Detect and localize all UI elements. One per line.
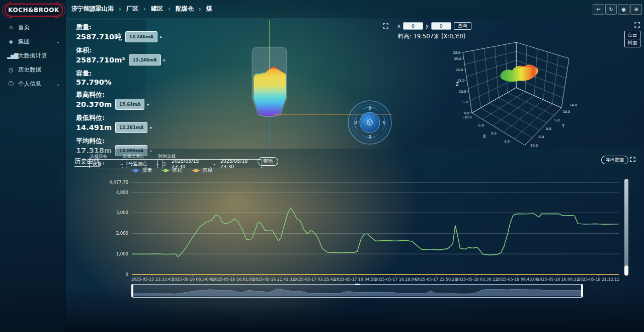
sidebar-item-label: 集团 — [18, 38, 30, 45]
stat-value: 2587.710m³ — [76, 55, 125, 64]
breadcrumb-separator: › — [119, 6, 121, 13]
vertical-zoom-slider[interactable] — [624, 179, 628, 276]
svg-text:3,000: 3,000 — [116, 210, 128, 215]
legend-label: 质量 — [142, 167, 152, 174]
surface-query-controls: x y 查询 — [397, 22, 471, 30]
breadcrumb: 济宁能源梁山港›厂区›罐区›配煤仓›煤 — [65, 5, 212, 13]
sidebar-item-icon: ◷ — [7, 67, 14, 73]
silo-3d-view[interactable]: 0 0 ↺ ↻ — [147, 20, 392, 148]
history-panel: 历史曲线 选择设备 设备1 ⌄ 选择监测点 1号监测点 ⌄ 时间选择 ◷ 202… — [67, 149, 642, 302]
svg-text:1,000: 1,000 — [116, 251, 128, 256]
stat-row: 14.491m12.281mA▸ — [76, 122, 146, 133]
chevron-down-icon: ⌄ — [56, 39, 60, 44]
stat-value: 14.491m — [76, 123, 112, 132]
stat-item-2: 容量:57.790% — [67, 70, 146, 87]
breadcrumb-item-1[interactable]: 厂区 — [126, 5, 138, 13]
x-coord-input[interactable] — [403, 22, 423, 30]
svg-text:2025-05-16 06:34:48: 2025-05-16 06:34:48 — [172, 277, 214, 282]
stat-label: 最低料位: — [76, 114, 146, 122]
legend-marker — [131, 168, 139, 172]
sidebar-item-label: 历史数据 — [18, 66, 41, 74]
stat-item-3: 最高料位:20.370m15.64mA▸ — [67, 91, 146, 110]
rotate-left-icon[interactable]: ↺ — [354, 120, 358, 125]
chevron-down-icon: ⌄ — [56, 81, 60, 87]
stat-label: 质量: — [76, 23, 146, 31]
export-data-button[interactable]: 导出数据 — [601, 156, 628, 164]
surface-query-button[interactable]: 查询 — [454, 22, 471, 30]
svg-text:20.0: 20.0 — [456, 68, 463, 72]
datazoom-left-handle[interactable] — [131, 284, 133, 297]
datazoom-center-handle[interactable] — [355, 284, 360, 285]
stat-label: 平均料位: — [76, 137, 146, 145]
svg-text:5.0: 5.0 — [462, 100, 467, 104]
sidebar-item-2[interactable]: ▂▅▇大数据计算 — [0, 48, 65, 62]
svg-text:4,477.75: 4,477.75 — [109, 180, 128, 185]
svg-text:4,000: 4,000 — [116, 190, 128, 195]
svg-text:0.0: 0.0 — [546, 127, 551, 131]
svg-text:14.0: 14.0 — [570, 103, 577, 107]
datazoom-slider[interactable] — [132, 284, 583, 298]
svg-text:0.0: 0.0 — [464, 111, 469, 115]
svg-text:2025-05-17 03:25:42: 2025-05-17 03:25:42 — [294, 277, 336, 282]
back-icon[interactable]: ↩ — [593, 4, 604, 15]
current-badge: 12.281mA — [115, 122, 147, 133]
legend-item-0[interactable]: 质量 — [131, 167, 152, 174]
sidebar-item-icon: ◈ — [7, 38, 14, 45]
breadcrumb-item-0[interactable]: 济宁能源梁山港 — [71, 5, 114, 13]
clock-icon: ◷ — [163, 161, 167, 166]
legend-marker — [162, 168, 170, 172]
logo[interactable]: KOCH&BROOK — [5, 4, 63, 17]
sidebar-item-0[interactable]: ⌂首页 — [0, 20, 65, 34]
svg-text:2025-05-18 21:12:11: 2025-05-18 21:12:11 — [578, 277, 619, 282]
legend-item-1[interactable]: 体积 — [162, 167, 183, 174]
sidebar-item-label: 首页 — [18, 24, 30, 31]
svg-text:Z: Z — [456, 82, 459, 87]
fullscreen-icon[interactable] — [383, 23, 388, 29]
legend-marker — [192, 168, 200, 172]
datazoom-right-handle[interactable] — [581, 284, 583, 297]
view-navigator[interactable]: 0 0 ↺ ↻ — [348, 101, 391, 144]
legend-label: 体积 — [172, 167, 183, 174]
topbar: 济宁能源梁山港›厂区›罐区›配煤仓›煤 ↩↻◉⊕ — [65, 0, 644, 18]
record-icon[interactable]: ◉ — [618, 4, 629, 15]
sidebar-item-1[interactable]: ◈集团⌄ — [0, 34, 65, 48]
x-coord-label: x — [397, 23, 400, 29]
point-select-value: 1号监测点 — [125, 161, 147, 167]
surface-3d-plot[interactable]: 28.025.020.015.010.05.00.0-10.0-5.00.05.… — [452, 39, 643, 148]
logo-text: KOCH&BROOK — [8, 7, 59, 14]
svg-text:0.0: 0.0 — [491, 131, 496, 136]
user-icon[interactable]: ⊕ — [630, 4, 642, 15]
breadcrumb-item-2[interactable]: 罐区 — [151, 5, 163, 13]
back-icon: ↩ — [596, 7, 600, 12]
rotate-right-icon[interactable]: ↻ — [382, 120, 386, 125]
svg-text:2025-05-16 16:01:05: 2025-05-16 16:01:05 — [212, 277, 254, 282]
sidebar-menu: ⌂首页◈集团⌄▂▅▇大数据计算◷历史数据ⓘ个人信息⌄ — [0, 20, 65, 91]
sidebar-item-4[interactable]: ⓘ个人信息⌄ — [0, 77, 65, 91]
legend-item-2[interactable]: 温度 — [192, 167, 213, 174]
svg-text:28.0: 28.0 — [453, 51, 460, 55]
silo-3d-panel[interactable]: 0 0 ↺ ↻ — [147, 20, 392, 148]
y-coord-input[interactable] — [431, 22, 451, 30]
sidebar-item-3[interactable]: ◷历史数据 — [0, 62, 65, 77]
svg-text:-5.0: -5.0 — [538, 135, 544, 139]
svg-text:X: X — [483, 135, 486, 139]
refresh-icon: ↻ — [609, 7, 613, 12]
refresh-icon[interactable]: ↻ — [605, 4, 617, 15]
current-badge: 15.64mA — [115, 99, 144, 110]
breadcrumb-item-4[interactable]: 煤 — [206, 5, 212, 13]
stat-item-0: 质量:2587.710吨13.246mA▸ — [67, 23, 146, 42]
stat-row: 2587.710m³13.246mA▸ — [76, 54, 146, 65]
breadcrumb-item-3[interactable]: 配煤仓 — [176, 5, 194, 13]
surface-3d-panel: x y 查询 料高: 19.507米 (X:0,Y:0) 点云 料面 2 — [395, 20, 642, 148]
svg-text:2025-05-17 16:18:04: 2025-05-17 16:18:04 — [375, 277, 417, 282]
breadcrumb-separator: › — [199, 6, 201, 13]
header-actions: ↩↻◉⊕ — [593, 4, 642, 15]
sidebar-item-icon: ⌂ — [7, 24, 14, 31]
fullscreen-icon[interactable] — [634, 22, 640, 28]
history-query-button[interactable]: 查询 — [258, 157, 278, 166]
fullscreen-icon[interactable] — [630, 157, 635, 162]
vertical-zoom-handle[interactable] — [624, 265, 628, 276]
stats-panel: 质量:2587.710吨13.246mA▸体积:2587.710m³13.246… — [67, 20, 146, 147]
point-cloud-button[interactable]: 点云 — [624, 31, 640, 39]
svg-text:25.0: 25.0 — [454, 57, 461, 61]
